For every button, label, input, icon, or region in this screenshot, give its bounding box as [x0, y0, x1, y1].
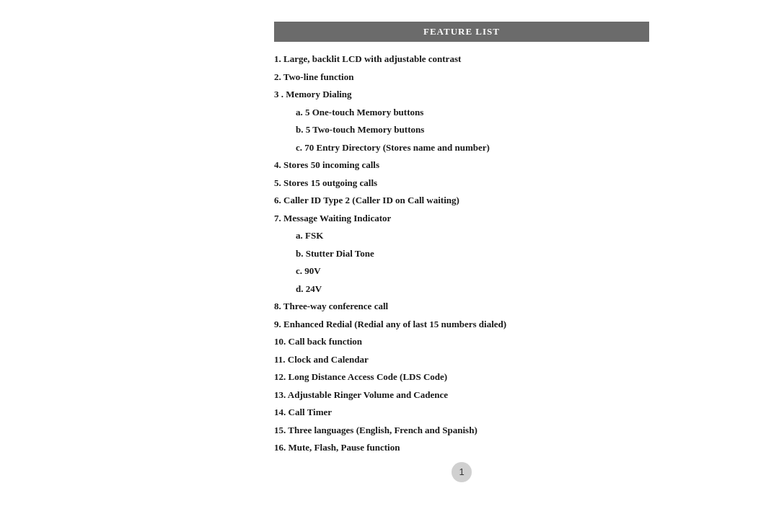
list-item: 7. Message Waiting Indicator	[274, 211, 649, 226]
list-item: a. FSK	[274, 229, 649, 243]
list-item: c. 70 Entry Directory (Stores name and n…	[274, 141, 649, 155]
list-item: 16. Mute, Flash, Pause function	[274, 440, 649, 455]
list-item: 11. Clock and Calendar	[274, 353, 649, 367]
list-item: 15. Three languages (English, French and…	[274, 423, 649, 438]
list-item: 9. Enhanced Redial (Redial any of last 1…	[274, 317, 649, 332]
page-container: FEATURE LIST 1. Large, backlit LCD with …	[0, 0, 779, 532]
list-item: 5. Stores 15 outgoing calls	[274, 176, 649, 190]
list-item: 13. Adjustable Ringer Volume and Cadence	[274, 388, 649, 402]
list-item: 14. Call Timer	[274, 405, 649, 420]
list-item: 8. Three-way conference call	[274, 299, 649, 314]
list-item: 4. Stores 50 incoming calls	[274, 158, 649, 172]
list-item: b. Stutter Dial Tone	[274, 247, 649, 261]
list-item: 6. Caller ID Type 2 (Caller ID on Call w…	[274, 193, 649, 208]
list-item: d. 24V	[274, 282, 649, 296]
list-item: 12. Long Distance Access Code (LDS Code)	[274, 370, 649, 384]
feature-list: 1. Large, backlit LCD with adjustable co…	[274, 52, 649, 455]
list-item: 3 . Memory Dialing	[274, 87, 649, 102]
content-area: FEATURE LIST 1. Large, backlit LCD with …	[274, 22, 649, 482]
list-item: b. 5 Two-touch Memory buttons	[274, 123, 649, 137]
feature-list-header: FEATURE LIST	[274, 22, 649, 42]
list-item: 10. Call back function	[274, 334, 649, 349]
list-item: 1. Large, backlit LCD with adjustable co…	[274, 52, 649, 66]
list-item: a. 5 One-touch Memory buttons	[274, 105, 649, 120]
list-item: c. 90V	[274, 264, 649, 278]
list-item: 2. Two-line function	[274, 70, 649, 84]
page-footer: 1	[274, 462, 649, 482]
page-number: 1	[452, 462, 472, 482]
